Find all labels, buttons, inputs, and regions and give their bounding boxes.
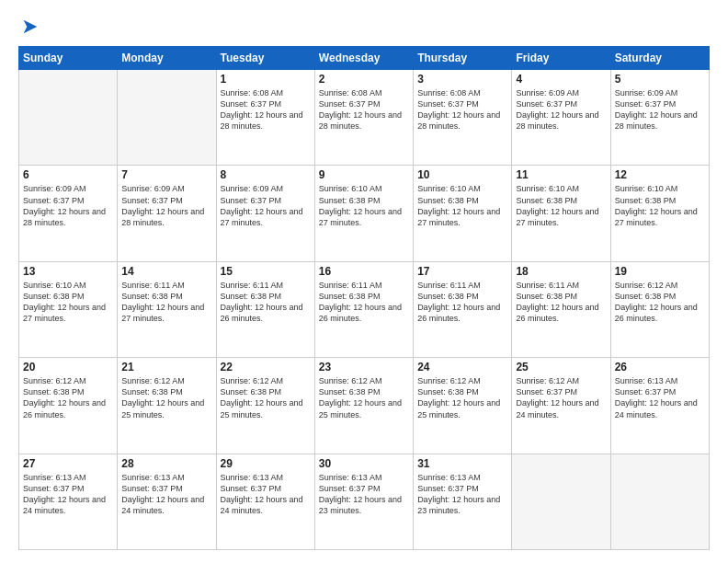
cell-info: Sunrise: 6:11 AMSunset: 6:38 PMDaylight:… bbox=[221, 280, 311, 325]
day-number: 10 bbox=[417, 168, 507, 181]
cell-info: Sunrise: 6:13 AMSunset: 6:37 PMDaylight:… bbox=[23, 472, 113, 517]
calendar-cell: 10Sunrise: 6:10 AMSunset: 6:38 PMDayligh… bbox=[414, 166, 512, 261]
weekday-header-saturday: Saturday bbox=[610, 47, 709, 70]
calendar-week-row: 6Sunrise: 6:09 AMSunset: 6:37 PMDaylight… bbox=[19, 166, 710, 261]
calendar-cell: 30Sunrise: 6:13 AMSunset: 6:37 PMDayligh… bbox=[314, 454, 413, 549]
calendar-cell: 18Sunrise: 6:11 AMSunset: 6:38 PMDayligh… bbox=[512, 261, 610, 357]
day-number: 31 bbox=[417, 457, 507, 470]
cell-info: Sunrise: 6:13 AMSunset: 6:37 PMDaylight:… bbox=[221, 472, 311, 517]
cell-info: Sunrise: 6:11 AMSunset: 6:38 PMDaylight:… bbox=[417, 280, 507, 325]
calendar-cell: 23Sunrise: 6:12 AMSunset: 6:38 PMDayligh… bbox=[314, 358, 413, 454]
calendar-cell bbox=[512, 454, 610, 549]
cell-info: Sunrise: 6:12 AMSunset: 6:38 PMDaylight:… bbox=[23, 375, 113, 420]
cell-info: Sunrise: 6:09 AMSunset: 6:37 PMDaylight:… bbox=[23, 183, 113, 228]
calendar-cell: 17Sunrise: 6:11 AMSunset: 6:38 PMDayligh… bbox=[414, 261, 512, 357]
calendar-cell: 25Sunrise: 6:12 AMSunset: 6:37 PMDayligh… bbox=[512, 358, 610, 454]
cell-info: Sunrise: 6:13 AMSunset: 6:37 PMDaylight:… bbox=[417, 472, 507, 517]
cell-info: Sunrise: 6:12 AMSunset: 6:37 PMDaylight:… bbox=[516, 375, 606, 420]
calendar-cell: 22Sunrise: 6:12 AMSunset: 6:38 PMDayligh… bbox=[216, 358, 314, 454]
cell-info: Sunrise: 6:10 AMSunset: 6:38 PMDaylight:… bbox=[319, 183, 409, 228]
cell-info: Sunrise: 6:10 AMSunset: 6:38 PMDaylight:… bbox=[23, 280, 113, 325]
cell-info: Sunrise: 6:13 AMSunset: 6:37 PMDaylight:… bbox=[615, 375, 705, 420]
calendar-cell: 3Sunrise: 6:08 AMSunset: 6:37 PMDaylight… bbox=[414, 70, 512, 166]
cell-info: Sunrise: 6:09 AMSunset: 6:37 PMDaylight:… bbox=[615, 87, 705, 132]
day-number: 1 bbox=[221, 73, 311, 86]
day-number: 5 bbox=[615, 73, 705, 86]
cell-info: Sunrise: 6:10 AMSunset: 6:38 PMDaylight:… bbox=[417, 183, 507, 228]
day-number: 27 bbox=[23, 457, 113, 470]
cell-info: Sunrise: 6:13 AMSunset: 6:37 PMDaylight:… bbox=[121, 472, 211, 517]
calendar-week-row: 27Sunrise: 6:13 AMSunset: 6:37 PMDayligh… bbox=[19, 454, 710, 549]
day-number: 17 bbox=[417, 265, 507, 278]
day-number: 8 bbox=[221, 168, 311, 181]
cell-info: Sunrise: 6:09 AMSunset: 6:37 PMDaylight:… bbox=[516, 87, 606, 132]
calendar-table: SundayMondayTuesdayWednesdayThursdayFrid… bbox=[18, 46, 710, 550]
day-number: 22 bbox=[221, 361, 311, 373]
calendar-week-row: 1Sunrise: 6:08 AMSunset: 6:37 PMDaylight… bbox=[19, 70, 710, 166]
cell-info: Sunrise: 6:10 AMSunset: 6:38 PMDaylight:… bbox=[615, 183, 705, 228]
cell-info: Sunrise: 6:08 AMSunset: 6:37 PMDaylight:… bbox=[221, 87, 311, 132]
weekday-header-friday: Friday bbox=[512, 47, 610, 70]
calendar-cell: 29Sunrise: 6:13 AMSunset: 6:37 PMDayligh… bbox=[216, 454, 314, 549]
calendar-week-row: 20Sunrise: 6:12 AMSunset: 6:38 PMDayligh… bbox=[19, 358, 710, 454]
day-number: 26 bbox=[615, 361, 705, 373]
cell-info: Sunrise: 6:11 AMSunset: 6:38 PMDaylight:… bbox=[121, 280, 211, 325]
day-number: 18 bbox=[516, 265, 606, 278]
day-number: 19 bbox=[615, 265, 705, 278]
weekday-header-thursday: Thursday bbox=[414, 47, 512, 70]
cell-info: Sunrise: 6:09 AMSunset: 6:37 PMDaylight:… bbox=[221, 183, 311, 228]
calendar-cell: 4Sunrise: 6:09 AMSunset: 6:37 PMDaylight… bbox=[512, 70, 610, 166]
cell-info: Sunrise: 6:12 AMSunset: 6:38 PMDaylight:… bbox=[121, 375, 211, 420]
logo-arrow-icon bbox=[20, 17, 40, 37]
day-number: 11 bbox=[516, 168, 606, 181]
calendar-cell bbox=[118, 70, 216, 166]
day-number: 21 bbox=[121, 361, 211, 373]
calendar-cell: 15Sunrise: 6:11 AMSunset: 6:38 PMDayligh… bbox=[216, 261, 314, 357]
cell-info: Sunrise: 6:11 AMSunset: 6:38 PMDaylight:… bbox=[516, 280, 606, 325]
cell-info: Sunrise: 6:11 AMSunset: 6:38 PMDaylight:… bbox=[319, 280, 409, 325]
calendar-cell: 24Sunrise: 6:12 AMSunset: 6:38 PMDayligh… bbox=[414, 358, 512, 454]
day-number: 9 bbox=[319, 168, 409, 181]
day-number: 20 bbox=[23, 361, 113, 373]
calendar-cell: 14Sunrise: 6:11 AMSunset: 6:38 PMDayligh… bbox=[118, 261, 216, 357]
calendar-cell: 8Sunrise: 6:09 AMSunset: 6:37 PMDaylight… bbox=[216, 166, 314, 261]
day-number: 15 bbox=[221, 265, 311, 278]
calendar-cell: 27Sunrise: 6:13 AMSunset: 6:37 PMDayligh… bbox=[19, 454, 118, 549]
cell-info: Sunrise: 6:08 AMSunset: 6:37 PMDaylight:… bbox=[319, 87, 409, 132]
calendar-cell: 31Sunrise: 6:13 AMSunset: 6:37 PMDayligh… bbox=[414, 454, 512, 549]
day-number: 16 bbox=[319, 265, 409, 278]
calendar-cell: 6Sunrise: 6:09 AMSunset: 6:37 PMDaylight… bbox=[19, 166, 118, 261]
svg-marker-0 bbox=[24, 20, 38, 34]
day-number: 24 bbox=[417, 361, 507, 373]
weekday-header-wednesday: Wednesday bbox=[314, 47, 413, 70]
day-number: 12 bbox=[615, 168, 705, 181]
day-number: 29 bbox=[221, 457, 311, 470]
calendar-cell: 13Sunrise: 6:10 AMSunset: 6:38 PMDayligh… bbox=[19, 261, 118, 357]
day-number: 23 bbox=[319, 361, 409, 373]
calendar-cell: 26Sunrise: 6:13 AMSunset: 6:37 PMDayligh… bbox=[610, 358, 709, 454]
cell-info: Sunrise: 6:12 AMSunset: 6:38 PMDaylight:… bbox=[615, 280, 705, 325]
calendar-cell: 11Sunrise: 6:10 AMSunset: 6:38 PMDayligh… bbox=[512, 166, 610, 261]
cell-info: Sunrise: 6:13 AMSunset: 6:37 PMDaylight:… bbox=[319, 472, 409, 517]
calendar-cell: 16Sunrise: 6:11 AMSunset: 6:38 PMDayligh… bbox=[314, 261, 413, 357]
calendar-cell: 7Sunrise: 6:09 AMSunset: 6:37 PMDaylight… bbox=[118, 166, 216, 261]
page: SundayMondayTuesdayWednesdayThursdayFrid… bbox=[0, 0, 728, 563]
cell-info: Sunrise: 6:12 AMSunset: 6:38 PMDaylight:… bbox=[319, 375, 409, 420]
day-number: 14 bbox=[121, 265, 211, 278]
cell-info: Sunrise: 6:09 AMSunset: 6:37 PMDaylight:… bbox=[121, 183, 211, 228]
calendar-cell bbox=[610, 454, 709, 549]
calendar-cell: 2Sunrise: 6:08 AMSunset: 6:37 PMDaylight… bbox=[314, 70, 413, 166]
calendar-cell: 5Sunrise: 6:09 AMSunset: 6:37 PMDaylight… bbox=[610, 70, 709, 166]
day-number: 30 bbox=[319, 457, 409, 470]
calendar-cell: 28Sunrise: 6:13 AMSunset: 6:37 PMDayligh… bbox=[118, 454, 216, 549]
calendar-cell: 21Sunrise: 6:12 AMSunset: 6:38 PMDayligh… bbox=[118, 358, 216, 454]
cell-info: Sunrise: 6:08 AMSunset: 6:37 PMDaylight:… bbox=[417, 87, 507, 132]
day-number: 13 bbox=[23, 265, 113, 278]
day-number: 7 bbox=[121, 168, 211, 181]
calendar-cell bbox=[19, 70, 118, 166]
day-number: 28 bbox=[121, 457, 211, 470]
day-number: 3 bbox=[417, 73, 507, 86]
calendar-cell: 9Sunrise: 6:10 AMSunset: 6:38 PMDaylight… bbox=[314, 166, 413, 261]
cell-info: Sunrise: 6:12 AMSunset: 6:38 PMDaylight:… bbox=[221, 375, 311, 420]
calendar-week-row: 13Sunrise: 6:10 AMSunset: 6:38 PMDayligh… bbox=[19, 261, 710, 357]
